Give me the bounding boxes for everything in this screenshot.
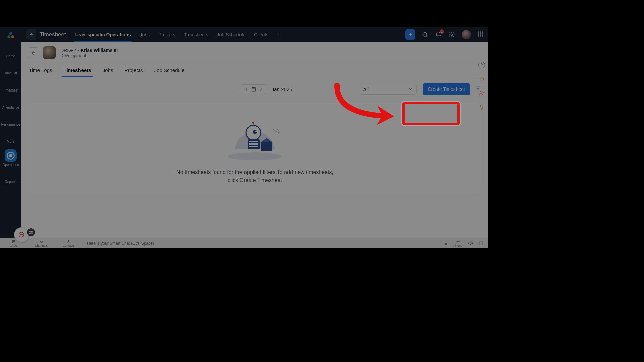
phone-icon[interactable]: Phone	[453, 239, 462, 247]
user-code: DRIG-2	[60, 48, 76, 53]
nav-timesheet-label: Timesheet	[3, 88, 18, 92]
page-body: DRIG-2 - Kriss Williams III Development …	[21, 42, 488, 238]
date-prev-icon[interactable]	[243, 86, 249, 92]
svg-point-2	[11, 35, 14, 38]
svg-rect-32	[249, 146, 258, 147]
tab-jobs[interactable]: Jobs	[140, 27, 150, 42]
svg-point-44	[446, 242, 447, 242]
svg-point-51	[457, 241, 459, 242]
svg-point-12	[280, 34, 280, 34]
search-icon[interactable]	[421, 31, 429, 38]
announcement-icon[interactable]	[468, 241, 473, 246]
create-timesheet-button[interactable]: Create Timesheet	[423, 83, 471, 95]
svg-point-34	[252, 122, 254, 124]
nav-home[interactable]: Home	[6, 47, 15, 58]
nav-reports[interactable]: Reports	[5, 173, 16, 184]
empty-state-card: No timesheets found for the applied filt…	[29, 103, 481, 194]
subtab-projects[interactable]: Projects	[124, 63, 143, 77]
nav-timeoff[interactable]: Time Off	[4, 64, 17, 75]
date-next-icon[interactable]	[258, 86, 264, 92]
empty-line2: click Create Timesheet	[176, 176, 333, 184]
basket-icon[interactable]	[478, 76, 485, 82]
person-add-icon[interactable]	[478, 90, 485, 97]
empty-state-text: No timesheets found for the applied filt…	[176, 168, 333, 184]
more-tabs-icon[interactable]	[276, 31, 282, 38]
svg-rect-31	[249, 143, 258, 145]
svg-point-50	[446, 244, 447, 245]
nav-timesheet[interactable]: Timesheet	[3, 81, 18, 92]
tab-projects[interactable]: Projects	[158, 27, 175, 42]
dialpad-icon[interactable]	[443, 241, 448, 246]
nav-operations[interactable]: Operations	[3, 149, 19, 167]
nav-performance-label: Performance	[1, 123, 20, 126]
assistant-badge: 20	[27, 228, 35, 236]
empty-line1: No timesheets found for the applied filt…	[176, 168, 333, 176]
notifications-badge: 1	[440, 29, 444, 34]
controls-row: Jan 2025 All Create Timesheet	[21, 77, 488, 98]
subtab-timesheets[interactable]: Timesheets	[63, 63, 91, 77]
svg-point-43	[445, 242, 446, 242]
bottom-bar: 20 Chats Channels Contacts Here is your …	[0, 238, 488, 248]
status-filter-select[interactable]: All	[360, 84, 417, 95]
svg-rect-20	[482, 33, 483, 34]
tab-user-specific-operations[interactable]: User-specific Operations	[75, 27, 131, 42]
svg-point-14	[451, 34, 453, 36]
panel-icon[interactable]	[478, 241, 484, 246]
app-logo-icon	[6, 30, 16, 40]
nav-more[interactable]: More	[7, 132, 15, 143]
sub-tabs: Time Logs Timesheets Jobs Projects Job S…	[21, 63, 488, 77]
back-button[interactable]	[26, 29, 36, 40]
subtab-time-logs[interactable]: Time Logs	[29, 63, 52, 77]
calendar-icon[interactable]	[251, 86, 257, 92]
svg-point-25	[228, 152, 282, 160]
lamp-icon[interactable]	[478, 104, 485, 111]
assistant-fab[interactable]	[14, 227, 29, 242]
tab-clients[interactable]: Clients	[254, 27, 268, 42]
notifications-icon[interactable]: 1	[435, 31, 442, 38]
left-nav: Home Time Off Timesheet Attendance Perfo…	[0, 27, 21, 248]
subtab-job-schedule[interactable]: Job Schedule	[154, 63, 185, 77]
chevron-down-icon	[408, 87, 413, 92]
tab-job-schedule[interactable]: Job Schedule	[217, 27, 245, 42]
bottom-channels[interactable]: Channels	[28, 238, 55, 248]
nav-attendance[interactable]: Attendance	[2, 98, 19, 109]
svg-rect-16	[480, 32, 481, 33]
svg-point-1	[7, 35, 10, 38]
svg-point-11	[278, 34, 279, 34]
tab-timesheets[interactable]: Timesheets	[184, 27, 208, 42]
user-avatar	[43, 46, 56, 59]
svg-point-49	[445, 244, 446, 245]
svg-point-38	[21, 234, 22, 235]
profile-avatar[interactable]	[462, 30, 471, 39]
nav-more-label: More	[7, 140, 15, 143]
svg-point-45	[444, 243, 444, 244]
empty-illustration-icon	[221, 113, 288, 163]
svg-point-27	[253, 130, 257, 134]
subtab-jobs[interactable]: Jobs	[103, 63, 113, 77]
add-button[interactable]	[405, 29, 415, 40]
svg-rect-33	[261, 142, 272, 151]
bottom-contacts[interactable]: Contacts	[55, 238, 83, 248]
nav-performance[interactable]: Performance	[1, 115, 20, 126]
svg-point-47	[446, 243, 447, 244]
settings-icon[interactable]	[448, 31, 455, 38]
svg-rect-22	[480, 35, 481, 36]
svg-rect-17	[482, 32, 483, 33]
svg-point-9	[9, 154, 12, 157]
smart-chat-input[interactable]: Here is your Smart Chat (Ctrl+Space)	[83, 241, 154, 246]
top-bar: Timesheet User-specific Operations Jobs …	[21, 27, 488, 42]
svg-point-13	[423, 32, 427, 36]
user-name: Kriss Williams III	[80, 48, 118, 53]
date-label: Jan 2025	[272, 86, 292, 92]
nav-attendance-label: Attendance	[2, 106, 19, 109]
page-back-button[interactable]	[28, 47, 38, 58]
svg-point-46	[445, 243, 446, 244]
svg-rect-30	[249, 141, 258, 142]
nav-operations-label: Operations	[3, 163, 19, 167]
apps-grid-icon[interactable]	[477, 31, 484, 39]
svg-rect-19	[480, 33, 481, 34]
svg-rect-18	[478, 33, 479, 34]
help-icon[interactable]: ?	[478, 62, 485, 68]
svg-rect-24	[252, 87, 255, 91]
nav-home-label: Home	[6, 54, 15, 58]
